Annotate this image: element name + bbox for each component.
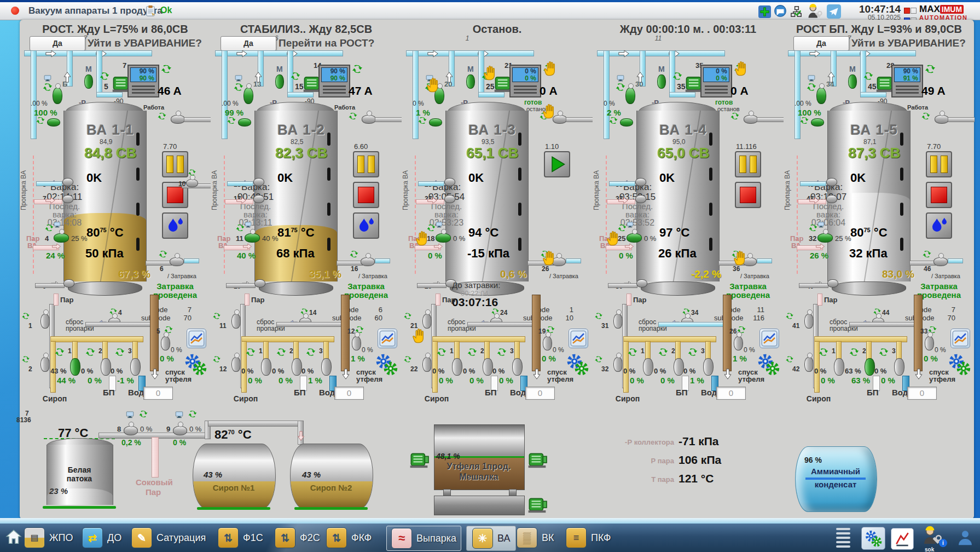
taskbar-item-жпо[interactable]: ▤ЖПО xyxy=(24,526,73,550)
side-valve[interactable] xyxy=(636,279,647,288)
stop-button[interactable] xyxy=(353,182,379,208)
feed-valve[interactable] xyxy=(422,314,432,329)
feed-valve[interactable] xyxy=(703,358,714,376)
settings-gears-button[interactable] xyxy=(948,353,971,376)
trend-chart-button[interactable] xyxy=(187,329,206,348)
value-input[interactable]: 0 xyxy=(907,387,937,400)
taskbar-item-вк[interactable]: ▒ВК xyxy=(517,526,554,550)
feed-valve[interactable] xyxy=(512,358,523,376)
feed-valve[interactable] xyxy=(422,357,432,372)
side-valve[interactable] xyxy=(444,178,455,186)
feed-valve[interactable] xyxy=(40,314,50,329)
pause-button[interactable] xyxy=(735,151,761,177)
feed-valve[interactable] xyxy=(130,358,141,376)
value-input[interactable]: 0 xyxy=(525,387,555,400)
seed-valve[interactable] xyxy=(933,257,948,266)
feed-valve[interactable] xyxy=(70,358,80,376)
side-valve[interactable] xyxy=(635,178,646,186)
vfd-display[interactable]: 90 %90 % xyxy=(318,65,350,97)
spusk-valve[interactable] xyxy=(734,336,743,350)
feed-valve[interactable] xyxy=(261,358,271,376)
m-valve[interactable] xyxy=(657,74,666,89)
value-input[interactable]: 0 xyxy=(143,387,173,400)
feed-valve[interactable] xyxy=(292,358,302,376)
feed-valve[interactable] xyxy=(231,314,241,329)
feed-valve[interactable] xyxy=(643,358,653,376)
pause-button[interactable] xyxy=(353,151,379,177)
feed-valve[interactable] xyxy=(231,357,241,372)
feed-valve[interactable] xyxy=(804,357,814,372)
taskbar-item-ва[interactable]: ✳ВА xyxy=(466,526,516,551)
feed-valve[interactable] xyxy=(101,358,111,376)
feed-valve[interactable] xyxy=(613,314,623,329)
m-valve[interactable] xyxy=(466,74,475,89)
engineer-icon[interactable] xyxy=(805,3,824,21)
spusk-valve[interactable] xyxy=(352,336,361,350)
telegram-icon[interactable] xyxy=(827,4,841,19)
aux-valve[interactable] xyxy=(429,118,442,127)
aux-valve[interactable] xyxy=(238,118,251,127)
vapor-valve[interactable] xyxy=(362,115,376,124)
spusk-valve[interactable] xyxy=(925,336,934,350)
settings-gears-button[interactable] xyxy=(757,353,780,376)
user-icon[interactable] xyxy=(956,529,974,547)
side-valve[interactable] xyxy=(62,178,73,186)
seed-valve[interactable] xyxy=(361,257,375,266)
confirm-yes-button[interactable]: Да xyxy=(30,36,85,51)
trend-chart-button[interactable] xyxy=(891,528,914,550)
play-button[interactable] xyxy=(544,151,570,177)
aux-valve[interactable] xyxy=(620,118,633,127)
aux-valve[interactable] xyxy=(47,118,60,127)
feed-valve[interactable] xyxy=(321,358,332,376)
feed-valve[interactable] xyxy=(613,357,623,372)
clipboard-icon[interactable] xyxy=(144,5,156,17)
side-valve[interactable] xyxy=(253,178,264,186)
drop-button[interactable] xyxy=(353,212,379,239)
side-valve[interactable] xyxy=(444,195,455,203)
side-valve[interactable] xyxy=(63,279,74,288)
trend-chart-button[interactable] xyxy=(569,329,588,348)
molasses-valve-9[interactable] xyxy=(173,426,187,435)
drop-button[interactable] xyxy=(162,212,188,239)
feed-valve[interactable] xyxy=(894,358,904,376)
stop-button[interactable] xyxy=(735,182,761,208)
trend-chart-button[interactable] xyxy=(759,329,779,348)
vapor-valve[interactable] xyxy=(744,115,758,124)
settings-gears-button[interactable] xyxy=(861,527,885,550)
m-valve[interactable] xyxy=(275,74,284,89)
workflow-check-icon[interactable] xyxy=(790,5,803,18)
b-valve[interactable] xyxy=(53,88,62,104)
menu-handle[interactable] xyxy=(836,528,850,548)
b-valve[interactable] xyxy=(243,88,253,104)
stop-button[interactable] xyxy=(926,182,952,208)
feed-valve[interactable] xyxy=(674,358,684,376)
seed-valve[interactable] xyxy=(170,257,184,266)
settings-gears-button[interactable] xyxy=(184,353,207,376)
taskbar-item-ф2с[interactable]: ⇅Ф2С xyxy=(275,526,320,550)
vfd-display[interactable]: 0 %0 % xyxy=(509,65,541,97)
taskbar-item-сатурация[interactable]: ✎Сатурация xyxy=(131,526,206,550)
vapor-valve[interactable] xyxy=(935,115,949,124)
value-input[interactable]: 0 xyxy=(334,387,364,400)
vapor-valve[interactable] xyxy=(171,115,185,124)
confirm-yes-button[interactable]: Да xyxy=(793,36,849,51)
side-valve[interactable] xyxy=(254,279,265,288)
b-valve[interactable] xyxy=(625,88,635,104)
trend-chart-button[interactable] xyxy=(378,329,397,348)
aux-valve[interactable] xyxy=(811,118,824,127)
feed-valve[interactable] xyxy=(40,357,50,372)
taskbar-item-ф1с[interactable]: ⇅Ф1С xyxy=(218,526,263,550)
chat-icon[interactable] xyxy=(773,4,787,19)
settings-gears-button[interactable] xyxy=(566,353,589,376)
taskbar-item-пкф[interactable]: ≡ПКФ xyxy=(566,526,611,550)
confirm-yes-button[interactable]: Да xyxy=(221,36,276,51)
pause-button[interactable] xyxy=(162,151,188,177)
pause-button[interactable] xyxy=(926,151,952,177)
taskbar-item-выпарка[interactable]: ≈Выпарка xyxy=(386,526,461,551)
vfd-display[interactable]: 90 %90 % xyxy=(127,65,159,97)
side-valve[interactable] xyxy=(62,195,73,203)
trend-chart-button[interactable] xyxy=(950,329,970,348)
side-valve[interactable] xyxy=(186,179,198,187)
vfd-display[interactable]: 90 %91 % xyxy=(891,65,923,97)
drop-button[interactable] xyxy=(926,212,952,239)
